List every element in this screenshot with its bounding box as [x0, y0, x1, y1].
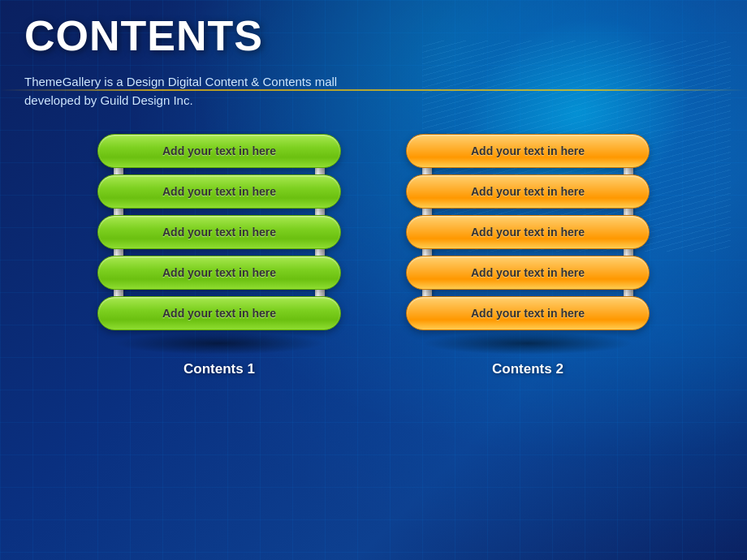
bar-1-2[interactable]: Add your text in here: [97, 174, 341, 209]
bar-1-4[interactable]: Add your text in here: [97, 256, 341, 290]
columns-area: Add your text in here Add your text in h…: [24, 134, 723, 377]
bar-1-1[interactable]: Add your text in here: [97, 134, 341, 168]
column-1-label: Contents 1: [184, 361, 255, 377]
bars-list-1: Add your text in here Add your text in h…: [89, 134, 349, 330]
column-2: Add your text in here Add your text in h…: [398, 134, 658, 377]
subtitle-text: ThemeGallery is a Design Digital Content…: [24, 73, 365, 110]
bar-2-1[interactable]: Add your text in here: [406, 134, 650, 168]
bar-1-5[interactable]: Add your text in here: [97, 296, 341, 330]
pole-shadow-1: [114, 332, 325, 355]
column-2-label: Contents 2: [492, 361, 563, 377]
page-title: CONTENTS: [24, 15, 723, 57]
pole-structure-1: Add your text in here Add your text in h…: [89, 134, 349, 330]
bar-2-3[interactable]: Add your text in here: [406, 215, 650, 249]
bar-2-2[interactable]: Add your text in here: [406, 174, 650, 209]
bar-2-5[interactable]: Add your text in here: [406, 296, 650, 330]
pole-structure-2: Add your text in here Add your text in h…: [398, 134, 658, 330]
column-1: Add your text in here Add your text in h…: [89, 134, 349, 377]
pole-shadow-2: [422, 332, 633, 355]
main-content: CONTENTS ThemeGallery is a Design Digita…: [0, 0, 747, 560]
bar-1-3[interactable]: Add your text in here: [97, 215, 341, 249]
bars-list-2: Add your text in here Add your text in h…: [398, 134, 658, 330]
bar-2-4[interactable]: Add your text in here: [406, 256, 650, 290]
